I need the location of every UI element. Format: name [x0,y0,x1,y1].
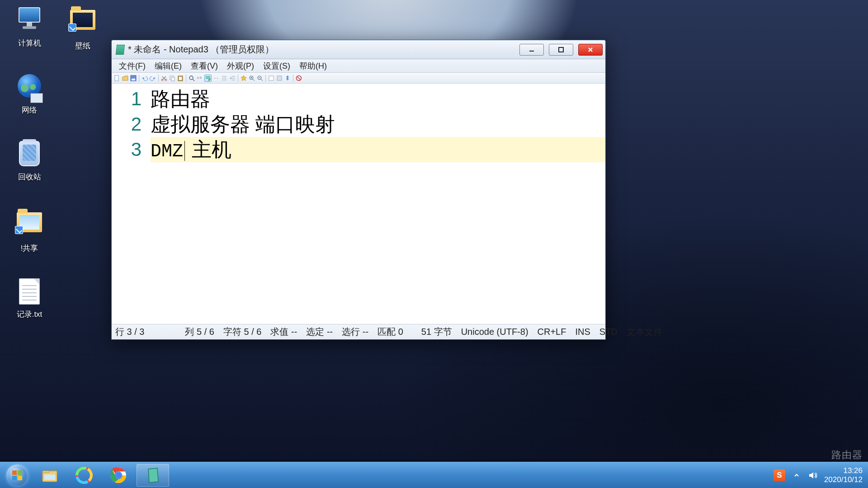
menubar: 文件(F) 编辑(E) 查看(V) 外观(P) 设置(S) 帮助(H) [112,59,605,73]
text-file-icon [15,278,44,307]
status-sel: 选定 -- [306,326,333,338]
maximize-button[interactable] [549,44,573,56]
titlebar[interactable]: * 未命名 - Notepad3 （管理员权限） [112,40,605,59]
text-content[interactable]: 路由器 虚拟服务器 端口映射 DMZ 主机 [151,84,605,324]
tray-overflow-icon[interactable] [792,470,802,480]
text-line-current: DMZ 主机 [151,137,605,162]
taskbar-clock[interactable]: 13:26 2020/10/12 [824,466,863,484]
svg-point-13 [189,76,193,80]
close-button[interactable] [578,44,603,56]
svg-rect-26 [269,76,274,80]
whitespace-icon[interactable] [212,75,220,82]
desktop-icon-share[interactable]: !共享 [5,208,54,253]
notepad3-icon [144,466,162,484]
desktop-icon-wallpaper[interactable]: 壁纸 [58,5,108,51]
ime-sogou-icon[interactable]: S [774,469,785,481]
wordwrap-icon[interactable] [204,75,212,82]
desktop-icon-notes-txt[interactable]: 记录.txt [5,277,54,319]
replace-icon[interactable]: ᵃᵇ [196,75,203,82]
indent-icon[interactable] [221,75,228,82]
copy-icon[interactable] [169,75,176,82]
notepad3-icon [116,45,125,55]
find-icon[interactable] [188,75,195,82]
new-icon[interactable] [113,75,121,82]
status-eol: CR+LF [538,327,566,337]
zoom-out-icon[interactable] [256,75,264,82]
menu-settings[interactable]: 设置(S) [259,60,295,72]
desktop-icon-network[interactable]: 网络 [5,72,54,115]
windows-orb-icon [6,465,28,486]
menu-edit[interactable]: 编辑(E) [150,60,186,72]
svg-rect-33 [18,476,22,480]
share-folder-icon [15,212,44,241]
svg-rect-12 [179,77,182,80]
scheme-icon[interactable] [268,75,275,82]
exit-icon[interactable] [295,75,302,82]
save-icon[interactable] [130,75,137,82]
open-icon[interactable] [122,75,129,82]
taskbar-browser-1[interactable] [68,464,100,487]
network-icon [15,74,44,103]
volume-icon[interactable] [808,470,818,480]
recycle-bin-icon [15,141,44,170]
status-match: 匹配 0 [377,326,403,338]
zoom-in-icon[interactable] [248,75,255,82]
svg-line-14 [193,79,194,81]
svg-rect-6 [132,79,135,80]
desktop-icon-recycle-bin[interactable]: 回收站 [5,140,54,182]
wallpaper-folder-icon [68,10,97,39]
redo-icon[interactable] [149,75,156,82]
svg-rect-4 [115,75,118,81]
menu-appearance[interactable]: 外观(P) [222,60,259,72]
favorite-icon[interactable] [240,75,247,82]
status-ins: INS [575,327,590,337]
svg-line-20 [253,79,255,81]
status-encoding: Unicode (UTF-8) [461,327,528,337]
outdent-icon[interactable] [229,75,236,82]
taskbar-notepad3[interactable] [137,464,169,487]
minimize-button[interactable] [519,44,544,56]
status-std: STD [599,327,618,337]
taskbar-explorer[interactable] [33,464,66,487]
svg-rect-27 [277,76,282,80]
editor-area[interactable]: 1 2 3 路由器 虚拟服务器 端口映射 DMZ 主机 [112,84,605,324]
status-eval: 求值 -- [270,326,297,338]
file-explorer-icon [41,466,59,484]
svg-line-24 [261,79,263,81]
status-bytes: 51 字节 [421,326,452,338]
svg-rect-31 [18,470,22,475]
line-number-gutter: 1 2 3 [112,84,151,324]
svg-point-17 [214,78,215,79]
settings-icon[interactable] [276,75,283,82]
svg-text:ᵇ: ᵇ [200,76,202,81]
status-filetype: 文本文件 [627,326,663,338]
start-button[interactable] [3,465,32,486]
svg-rect-35 [44,474,55,480]
text-line: 虚拟服务器 端口映射 [151,112,605,137]
svg-point-18 [217,78,218,79]
cut-icon[interactable] [160,75,168,82]
svg-line-29 [297,77,300,80]
computer-icon [15,7,44,36]
chrome-icon [109,466,127,484]
pin-icon[interactable] [284,75,291,82]
taskbar-chrome[interactable] [102,464,135,487]
desktop-icon-computer[interactable]: 计算机 [5,5,54,48]
window-title: * 未命名 - Notepad3 （管理员权限） [128,43,274,56]
menu-help[interactable]: 帮助(H) [295,60,331,72]
svg-text:ᵃ: ᵃ [197,76,199,81]
menu-file[interactable]: 文件(F) [114,60,150,72]
taskbar: S 13:26 2020/10/12 [0,462,868,488]
undo-icon[interactable] [141,75,148,82]
svg-point-43 [116,472,122,478]
menu-view[interactable]: 查看(V) [186,60,222,72]
svg-rect-30 [12,470,17,475]
svg-rect-32 [12,476,17,480]
text-line: 路由器 [151,86,605,112]
paste-icon[interactable] [177,75,184,82]
notepad3-window: * 未命名 - Notepad3 （管理员权限） 文件(F) 编辑(E) 查看(… [111,40,606,340]
watermark: 路由器 [831,448,863,462]
toolbar: ᵃᵇ [112,73,605,84]
status-col: 列 5 / 6 [185,326,214,338]
statusbar: 行 3 / 3 列 5 / 6 字符 5 / 6 求值 -- 选定 -- 选行 … [112,324,605,339]
